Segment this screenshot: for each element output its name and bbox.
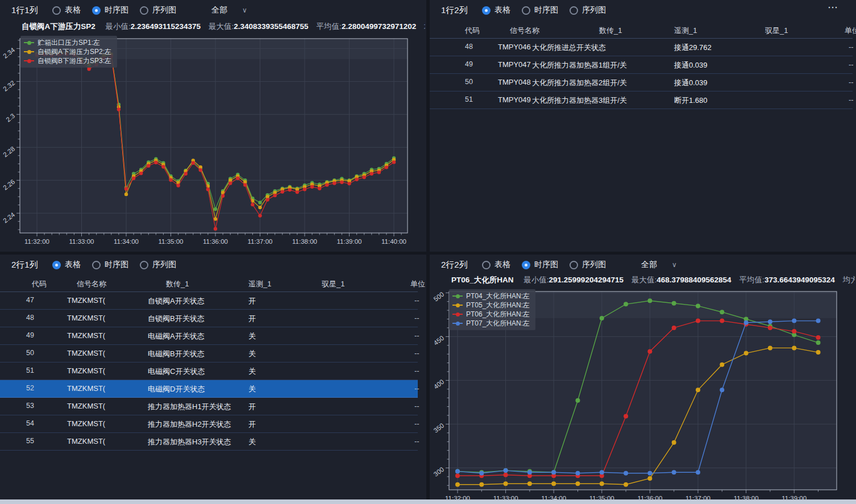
chart-stat: 最小值:291.25999204294715 (523, 276, 624, 284)
unit-value: -- (414, 419, 419, 428)
column-header[interactable]: 信号名称 (510, 26, 539, 36)
data-point (228, 181, 232, 185)
radio-sequence-view[interactable]: 序列图 (140, 260, 176, 270)
legend-item[interactable]: PT06_大化所HAN:左 (452, 310, 530, 319)
column-header[interactable]: 单位 (845, 26, 856, 36)
table-row[interactable]: 55TMZKMST(推力器加热器H3开关状态关-- (0, 433, 418, 451)
data-point (265, 198, 269, 201)
x-tick-label: 11:33:00 (493, 495, 518, 499)
radio-table-view[interactable]: 表格 (482, 260, 510, 270)
window-bottom-edge (0, 499, 856, 504)
telemetry-value: 关 (248, 331, 256, 341)
signal-code: TMZKMST( (67, 384, 105, 393)
signal-name: 自锁阀B开关状态 (148, 314, 205, 324)
table-row[interactable]: 49TMZKMST(电磁阀A开关状态关-- (0, 327, 418, 345)
legend-item[interactable]: 自锁阀B下游压力SP3:左 (24, 56, 111, 65)
table-row[interactable]: 53TMZKMST(推力器加热器H1开关状态开-- (0, 398, 418, 415)
table-row[interactable]: 51TMZKMST(电磁阀C开关状态关-- (0, 363, 418, 380)
signal-code: TMZKMST( (67, 296, 105, 305)
column-header[interactable]: 代码 (32, 279, 47, 289)
data-point (672, 326, 676, 330)
radio-circle-icon (570, 261, 578, 269)
data-point (318, 187, 321, 190)
x-tick-label: 11:37:00 (685, 495, 710, 499)
table-row[interactable]: 48TMZKMST(自锁阀B开关状态开-- (0, 310, 418, 327)
radio-circle-icon (570, 6, 578, 15)
table-row[interactable]: 54TMZKMST(推力器加热器H2开关状态开-- (0, 415, 418, 433)
data-point (672, 470, 676, 474)
table-row[interactable]: 50TMPY048大化所推力器加热器2组开/关接通0.039-- (430, 74, 853, 91)
radio-option-label: 序列图 (152, 5, 176, 15)
data-point (696, 388, 700, 392)
more-menu-icon[interactable]: ⋯ (828, 1, 838, 14)
table-row[interactable]: 51TMPY049大化所推力器加热器3组开/关断开1.680-- (430, 91, 853, 109)
radio-option-label: 时序图 (105, 260, 128, 270)
table-row[interactable]: 50TMZKMST(电磁阀B开关状态关-- (0, 345, 418, 363)
legend-label: PT04_大化所HAN:左 (466, 291, 530, 301)
table-row[interactable]: 52TMZKMST(电磁阀D开关状态关-- (0, 380, 418, 398)
legend-marker-icon (24, 40, 34, 45)
column-header[interactable]: 信号名称 (77, 279, 106, 289)
legend-item[interactable]: PT05_大化所HAN:左 (452, 301, 530, 310)
column-header[interactable]: 数传_1 (166, 279, 189, 289)
data-point (720, 319, 724, 323)
data-point (624, 414, 628, 419)
legend-item[interactable]: 贮箱出口压力SP1:左 (24, 38, 111, 47)
column-header[interactable]: 驭星_1 (322, 279, 344, 289)
radio-sequence-view[interactable]: 序列图 (140, 5, 176, 15)
radio-timeseries-view[interactable]: 时序图 (92, 260, 128, 270)
y-tick-label: 500 (433, 290, 446, 302)
data-point (154, 161, 157, 164)
x-tick-label: 11:38:00 (734, 495, 759, 499)
signal-code: TMPY049 (498, 95, 531, 104)
data-point (169, 178, 172, 182)
column-header[interactable]: 驭星_1 (765, 26, 788, 36)
data-point (296, 190, 299, 194)
data-point (576, 471, 580, 476)
radio-timeseries-view[interactable]: 时序图 (92, 5, 128, 15)
filter-dropdown[interactable]: 全部 ∨ (641, 255, 677, 275)
table-row[interactable]: 49TMPY047大化所推力器加热器1组开/关接通0.039-- (430, 56, 853, 74)
y-tick-label: 450 (433, 334, 446, 346)
row-number: 51 (465, 95, 473, 103)
data-point (624, 471, 628, 476)
y-tick-label: 2.3 (5, 112, 16, 123)
radio-timeseries-view[interactable]: 时序图 (522, 260, 558, 270)
telemetry-value: 关 (248, 349, 256, 359)
signal-name: 推力器加热器H2开关状态 (148, 419, 231, 430)
row-number: 54 (26, 419, 34, 427)
legend-item[interactable]: PT04_大化所HAN:左 (452, 291, 530, 301)
data-point (720, 363, 724, 367)
table-row[interactable]: 48TMPY046大化所推进总开关状态接通29.762-- (430, 39, 853, 56)
chart-title: 自锁阀A下游压力SP2 (22, 22, 95, 31)
column-header[interactable]: 代码 (465, 26, 480, 36)
data-point (576, 398, 580, 403)
radio-table-view[interactable]: 表格 (482, 5, 510, 15)
data-point (792, 345, 796, 350)
column-header[interactable]: 遥测_1 (248, 279, 271, 289)
radio-table-view[interactable]: 表格 (52, 5, 81, 15)
legend-item[interactable]: PT07_大化所HAN:左 (452, 319, 530, 328)
telemetry-value: 开 (248, 314, 256, 324)
radio-sequence-view[interactable]: 序列图 (570, 260, 606, 270)
table-row[interactable]: 47TMZKMST(自锁阀A开关状态开-- (0, 292, 418, 310)
radio-timeseries-view[interactable]: 时序图 (522, 5, 558, 15)
data-point (455, 482, 460, 487)
column-header[interactable]: 数传_1 (599, 26, 622, 36)
column-header[interactable]: 遥测_1 (674, 26, 697, 36)
row-number: 49 (465, 60, 473, 68)
data-point (117, 107, 120, 111)
legend-item[interactable]: 自锁阀A下游压力SP2:左 (24, 47, 111, 56)
radio-sequence-view[interactable]: 序列图 (570, 5, 606, 15)
radio-table-view[interactable]: 表格 (52, 260, 81, 270)
data-point (647, 349, 652, 354)
data-point (455, 473, 460, 478)
data-point (258, 201, 261, 204)
x-axis-labels: 11:32:0011:33:0011:34:0011:35:0011:36:00… (24, 238, 406, 245)
filter-dropdown[interactable]: 全部 ∨ (211, 0, 247, 20)
x-axis-labels: 11:32:0011:33:0011:34:0011:35:0011:36:00… (445, 495, 807, 499)
y-tick-label: 2.24 (2, 211, 16, 224)
column-header[interactable]: 单位 (410, 279, 425, 289)
chart-area: 11:32:0011:33:0011:34:0011:35:0011:36:00… (0, 34, 426, 252)
data-point (347, 182, 351, 185)
